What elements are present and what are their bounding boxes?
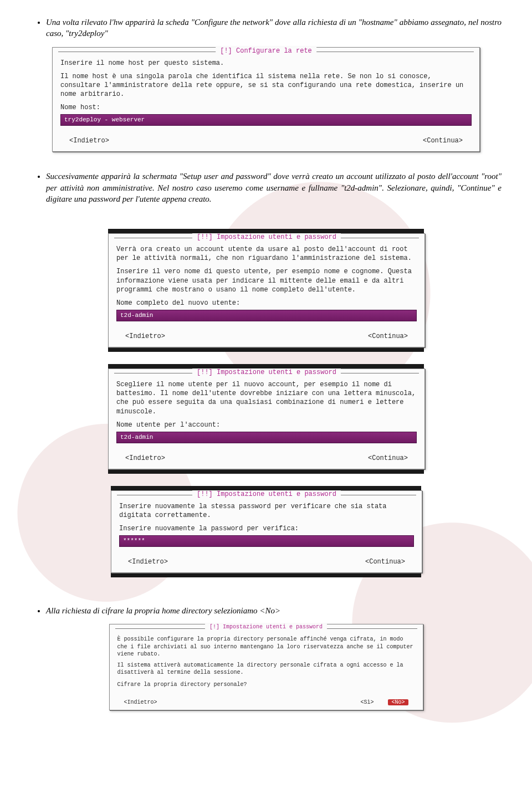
dialog-text: Inserire il vero nome di questo utente, … [116, 267, 417, 294]
dialog-text: È possibile configurare la propria direc… [117, 636, 415, 658]
bullet-list: Alla richiesta di cifrare la propria hom… [30, 605, 502, 616]
window-top-strip [108, 364, 424, 368]
window-bottom-strip [111, 573, 421, 577]
dialog-text: Il nome host è una singola parola che id… [60, 72, 472, 99]
dialog-password-verify: [!!] Impostazione utenti e password Inse… [111, 490, 422, 573]
window-bottom-strip [108, 347, 424, 352]
dialog-user-fullname: [!!] Impostazione utenti e password Verr… [108, 233, 425, 347]
dialog-title: [!] Configurare la rete [216, 47, 316, 55]
window-top-strip [108, 229, 424, 233]
continue-button[interactable]: <Continua> [365, 558, 405, 566]
password-verify-input[interactable]: ****** [119, 535, 414, 547]
bullet-list: Una volta rilevato l'hw apparirà la sche… [30, 17, 502, 39]
dialog-text: Scegliere il nome utente per il nuovo ac… [116, 380, 417, 416]
fullname-label: Nome completo del nuovo utente: [116, 299, 417, 308]
bullet-item: Alla richiesta di cifrare la propria hom… [46, 605, 502, 616]
dialog-text: Inserire nuovamente la stessa password p… [119, 502, 414, 520]
dialog-title: [!] Impostazione utenti e password [205, 624, 327, 630]
continue-button[interactable]: <Continua> [368, 454, 408, 462]
back-button[interactable]: <Indietro> [125, 454, 165, 462]
username-label: Nome utente per l'account: [116, 421, 417, 429]
password-verify-label: Inserire nuovamente la password per veri… [119, 524, 414, 533]
back-button[interactable]: <Indietro> [125, 332, 165, 340]
dialog-username: [!!] Impostazione utenti e password Sceg… [108, 368, 425, 469]
back-button[interactable]: <Indietro> [128, 558, 168, 566]
hostname-input[interactable]: try2deploy - webserver [60, 114, 472, 126]
bullet-item: Una volta rilevato l'hw apparirà la sche… [46, 17, 502, 39]
dialog-text: Verrà ora creato un account utente da us… [116, 245, 417, 263]
window-bottom-strip [108, 469, 424, 474]
fullname-input[interactable]: t2d-admin [116, 310, 417, 321]
dialog-text: Il sistema attiverà automaticamente la d… [117, 662, 415, 677]
bullet-item: Succesivamente apparirà la schermata "Se… [46, 171, 502, 204]
continue-button[interactable]: <Continua> [423, 137, 463, 145]
encrypt-question: Cifrare la propria directory personale? [117, 681, 415, 689]
back-button[interactable]: <Indietro> [69, 137, 109, 145]
no-button[interactable]: <No> [388, 699, 408, 705]
dialog-title: [!!] Impostazione utenti e password [192, 490, 341, 498]
dialog-text: Inserire il nome host per questo sistema… [60, 59, 472, 68]
dialog-title: [!!] Impostazione utenti e password [192, 233, 341, 241]
window-top-strip [111, 486, 421, 490]
continue-button[interactable]: <Continua> [368, 332, 408, 340]
back-button[interactable]: <Indietro> [124, 699, 157, 705]
dialog-configure-network: [!] Configurare la rete Inserire il nome… [52, 47, 480, 152]
bullet-list: Succesivamente apparirà la schermata "Se… [30, 171, 502, 204]
yes-button[interactable]: <Sì> [360, 699, 374, 705]
hostname-label: Nome host: [60, 103, 472, 112]
username-input[interactable]: t2d-admin [116, 432, 417, 443]
dialog-title: [!!] Impostazione utenti e password [192, 368, 341, 376]
dialog-encrypt-home: [!] Impostazione utenti e password È pos… [109, 624, 423, 710]
